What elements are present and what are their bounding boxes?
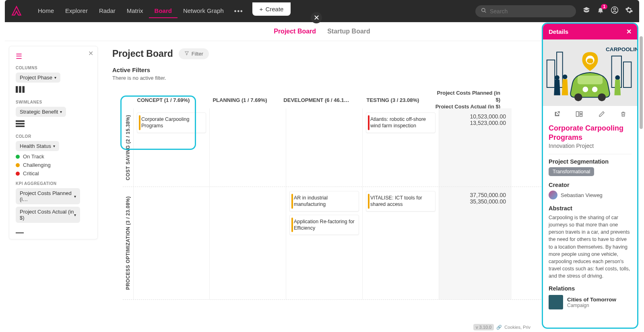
card-atlantis[interactable]: Atlantis: robotic off-shore wind farm in… — [366, 112, 436, 133]
close-tooltip[interactable]: ✕ — [311, 12, 322, 23]
svg-rect-6 — [23, 86, 25, 93]
search-box[interactable] — [475, 5, 576, 17]
cell-testing-cost[interactable]: Atlantis: robotic off-shore wind farm in… — [363, 108, 439, 187]
version-chip[interactable]: v 3.10.0 — [473, 324, 494, 330]
abstract-text: Carpooling is the sharing of car journey… — [549, 214, 632, 280]
chevron-down-icon: ▾ — [74, 194, 76, 199]
search-input[interactable] — [490, 8, 570, 15]
svg-rect-8 — [16, 123, 25, 124]
cookies-link[interactable]: Cookies, Priv — [504, 325, 530, 330]
cell-planning-cost[interactable] — [210, 108, 286, 187]
relations-label: Relations — [549, 285, 632, 292]
relation-item[interactable]: Cities of Tomorrow Campaign — [549, 295, 632, 309]
segmentation-tag[interactable]: Transformational — [549, 167, 594, 176]
swimlane-cost-saving: COST SAVING (2 / 15.38%) — [124, 112, 132, 183]
col-head-development[interactable]: DEVELOPMENT (6 / 46.1… — [278, 94, 355, 106]
swimlanes-label: SWIMLANES — [16, 100, 91, 104]
creator-label: Creator — [549, 182, 632, 188]
abstract-label: Abstract — [549, 205, 632, 212]
navbar: Home Explorer Radar Matrix Board Network… — [5, 0, 639, 22]
create-button[interactable]: + Create — [252, 2, 291, 16]
kpi-label: KPI AGGREGATION — [16, 181, 91, 186]
academy-icon[interactable] — [582, 6, 590, 16]
filter-button[interactable]: Filter — [179, 48, 209, 59]
swimlanes-value: Strategic Benefit — [20, 109, 58, 115]
cell-concept-process[interactable] — [133, 187, 210, 299]
kpi-add-input[interactable] — [16, 226, 24, 233]
footer: v 3.10.0 🔗 Cookies, Priv — [473, 324, 530, 330]
nav-home[interactable]: Home — [32, 4, 60, 18]
tab-project-board[interactable]: Project Board — [274, 28, 316, 35]
columns-label: COLUMNS — [16, 66, 91, 70]
color-label: COLOR — [16, 134, 91, 139]
svg-rect-5 — [19, 86, 21, 93]
cell-testing-process[interactable]: VITALISE: ICT tools for shared access — [363, 187, 439, 299]
nav-network-graph[interactable]: Network Graph — [178, 4, 229, 18]
svg-rect-4 — [16, 86, 18, 93]
col-head-concept[interactable]: CONCEPT (1 / 7.69%) — [125, 94, 202, 106]
nav-explorer[interactable]: Explorer — [60, 4, 93, 18]
kpi-selector-2[interactable]: Project Costs Actual (in $) ▾ — [16, 207, 80, 223]
svg-point-21 — [582, 87, 588, 92]
config-panel: ✕ ☰ COLUMNS Project Phase ▾ SWIMLANES St… — [9, 46, 98, 239]
close-icon[interactable]: ✕ — [626, 28, 632, 35]
legend-on-track: On Track — [16, 154, 91, 160]
svg-point-22 — [592, 87, 598, 92]
nav-right: 1 — [475, 5, 633, 17]
col-head-testing[interactable]: TESTING (3 / 23.08%) — [355, 94, 431, 106]
detail-subtitle: Innovation Project — [549, 143, 632, 149]
app-logo[interactable] — [11, 6, 22, 17]
swimlane-process-optimization: PROCESS OPTIMIZATION (3 / 23.08%) — [124, 194, 132, 292]
gear-icon[interactable] — [625, 6, 633, 16]
bell-icon[interactable]: 1 — [597, 6, 604, 16]
nav-matrix[interactable]: Matrix — [121, 4, 149, 18]
nav-radar[interactable]: Radar — [93, 4, 121, 18]
svg-point-26 — [555, 75, 559, 80]
svg-point-28 — [615, 75, 620, 80]
add-relation-icon[interactable] — [576, 111, 583, 119]
open-external-icon[interactable] — [554, 111, 560, 119]
details-title: Details — [549, 28, 568, 35]
nav-more[interactable]: ••• — [229, 8, 248, 15]
funnel-icon — [184, 51, 189, 57]
svg-point-3 — [614, 8, 616, 10]
page-title: Project Board — [112, 48, 173, 59]
columns-value: Project Phase — [20, 75, 52, 81]
card-corporate-carpooling[interactable]: Corporate Carpooling Programs — [137, 112, 206, 133]
card-vitalise[interactable]: VITALISE: ICT tools for shared access — [366, 191, 436, 212]
card-ar-industrial[interactable]: AR in industrial manufacturing — [289, 191, 359, 212]
col-head-planning[interactable]: PLANNING (1 / 7.69%) — [202, 94, 278, 106]
svg-rect-7 — [16, 120, 25, 122]
details-scrollbar[interactable] — [640, 36, 643, 129]
search-icon — [481, 8, 487, 15]
filter-label: Filter — [192, 51, 203, 57]
segmentation-label: Project Segmentation — [549, 154, 632, 165]
kpi-selector-1[interactable]: Project Costs Planned (i… ▾ — [16, 188, 80, 204]
tab-startup-board[interactable]: Startup Board — [327, 28, 370, 35]
swimlanes-selector[interactable]: Strategic Benefit ▾ — [16, 107, 66, 117]
color-selector[interactable]: Health Status ▾ — [16, 141, 59, 151]
legend-challenging: Challenging — [16, 162, 91, 168]
user-icon[interactable] — [611, 6, 619, 16]
legend-critical: Critical — [16, 170, 91, 176]
cell-development-cost[interactable] — [286, 108, 363, 187]
columns-selector[interactable]: Project Phase ▾ — [16, 73, 60, 83]
notif-badge: 1 — [601, 4, 607, 9]
list-icon[interactable]: ☰ — [16, 52, 91, 61]
kpi1-value: Project Costs Planned (i… — [20, 190, 74, 202]
cell-concept-cost[interactable]: Corporate Carpooling Programs — [133, 108, 210, 187]
close-icon[interactable]: ✕ — [88, 50, 93, 57]
trash-icon[interactable] — [620, 111, 626, 119]
creator-avatar[interactable] — [549, 191, 557, 199]
creator-name: Sebastian Vieweg — [561, 192, 603, 198]
chevron-down-icon: ▾ — [53, 144, 55, 148]
svg-rect-9 — [16, 126, 25, 127]
details-hero-image: CARPOOLING — [543, 39, 637, 106]
rows-icon — [16, 120, 91, 129]
nav-board[interactable]: Board — [149, 4, 178, 18]
edit-icon[interactable] — [599, 111, 605, 119]
card-app-refactoring[interactable]: Application Re-factoring for Efficiency — [289, 215, 359, 235]
cell-development-process[interactable]: AR in industrial manufacturing Applicati… — [286, 187, 363, 299]
svg-point-19 — [574, 93, 582, 102]
cell-planning-process[interactable] — [210, 187, 286, 299]
